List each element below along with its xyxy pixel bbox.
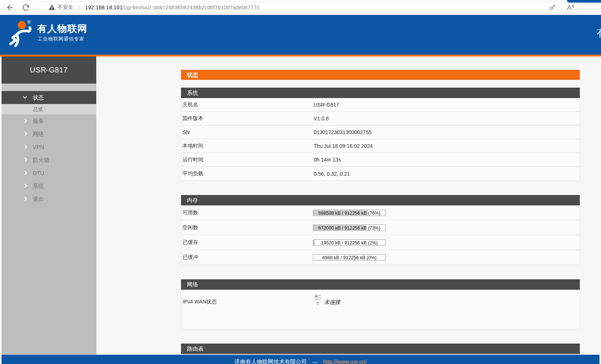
security-status-label[interactable]: 不安全 (58, 4, 73, 11)
chevron-right-icon (23, 144, 28, 149)
sidebar-item-label: 防火墙 (33, 157, 49, 163)
sidebar-item-label: DTU (33, 170, 44, 176)
browser-back-icon[interactable] (5, 3, 15, 12)
read-aloud-icon[interactable] (566, 4, 574, 11)
progress-bar-text: 672000 kB / 912256 kB (73%) (313, 225, 385, 230)
chevron-right-icon (23, 183, 28, 188)
sidebar-item-dtu[interactable]: DTU (1, 166, 96, 179)
row-label: 主机名 (182, 101, 198, 108)
table-row: 固件版本 V1.0.8 (181, 112, 579, 126)
section-header-memory: 内存 (181, 195, 580, 205)
row-label: IPv4 WAN状态 (182, 299, 217, 305)
sidebar-item-logout[interactable]: 退出 (1, 192, 96, 205)
page-title: 状态 (181, 70, 580, 80)
sidebar-item-label: 退出 (33, 196, 44, 202)
chevron-right-icon (23, 170, 28, 175)
network-table: IPv4 WAN状态 ? 未连接 (181, 290, 580, 329)
table-row: 可用数 698508 kB / 912256 kB (76%) (181, 205, 579, 220)
section-header-routes: 路由表 (181, 344, 580, 354)
row-label: 运行时间 (182, 156, 203, 163)
table-row: 平均负载 0.56, 0.32, 0.21 (181, 167, 579, 181)
sidebar-item-label: 服务 (33, 118, 44, 124)
footer-link[interactable]: http://www.usr.cn/ (323, 358, 367, 364)
device-name: USR-G817 (1, 56, 96, 84)
row-label: 固件版本 (182, 115, 203, 122)
row-label: 空闲数 (182, 224, 198, 231)
chevron-down-icon (22, 95, 28, 100)
usr-logo: ® (7, 19, 36, 49)
memory-progress-bar: 19520 kB / 912256 kB (2%) (313, 239, 386, 246)
section-header-network: 网络 (181, 279, 580, 290)
question-mark-hint: ? (316, 301, 319, 306)
row-value: Thu Jul 18 09:16:02 2024 (314, 143, 373, 149)
progress-bar-text: 6988 kB / 912256 kB (0%) (313, 255, 385, 260)
memory-table: 可用数 698508 kB / 912256 kB (76%) 空闲数 6720… (181, 205, 580, 265)
url-domain: 192.168.18.101 (85, 4, 123, 10)
sidebar-item-label: 状态 (33, 94, 44, 101)
table-row: 本地时间 Thu Jul 18 09:16:02 2024 (181, 139, 579, 153)
sidebar-item-label: 网络 (33, 131, 44, 137)
sidebar-nav: USR-G817 状态 总览 服务 网络 VPN 防火墙 DTU 系统 退出 (1, 56, 96, 355)
sidebar-item-network[interactable]: 网络 (1, 127, 96, 140)
sidebar-item-label: 系统 (33, 183, 44, 189)
chevron-right-icon (23, 131, 28, 136)
main-content: 状态 系统 主机名 USR-G817 固件版本 V1.0.8 SN 013017… (96, 56, 601, 355)
sidebar-subitem-label: 总览 (33, 106, 43, 112)
row-label: 平均负载 (182, 170, 203, 177)
memory-progress-bar: 672000 kB / 912256 kB (73%) (313, 224, 386, 231)
row-label: 可用数 (182, 209, 198, 216)
sidebar-item-label: VPN (33, 144, 44, 150)
memory-progress-bar: 698508 kB / 912256 kB (76%) (313, 209, 386, 216)
sidebar-item-status[interactable]: 状态 (1, 91, 96, 104)
progress-bar-text: 19520 kB / 912256 kB (2%) (313, 240, 385, 245)
row-value: 01301723031300002755 (314, 129, 372, 135)
sidebar-item-vpn[interactable]: VPN (1, 140, 96, 153)
footer-company: 济南有人物联网技术有限公司 (235, 358, 307, 364)
app-header: ® 有人物联网 工业物联网通信专家 有 (0, 15, 601, 56)
memory-progress-bar: 6988 kB / 912256 kB (0%) (313, 254, 386, 261)
row-label: SN (182, 129, 190, 135)
row-value: 0.56, 0.32, 0.21 (314, 171, 350, 177)
table-row: 运行时间 0h 14m 13s (181, 153, 579, 167)
table-row: 已缓存 19520 kB / 912256 kB (2%) (181, 235, 579, 250)
progress-bar-text: 698508 kB / 912256 kB (76%) (313, 210, 385, 215)
table-row: 主机名 USR-G817 (181, 98, 579, 112)
row-label: 已缓冲 (182, 254, 198, 261)
broken-image-icon: ? (314, 295, 321, 306)
section-header-system: 系统 (181, 88, 580, 98)
row-value: V1.0.8 (314, 116, 329, 121)
wan-status-text: 未连接 (324, 299, 340, 306)
sidebar-item-services[interactable]: 服务 (1, 114, 96, 127)
password-key-icon[interactable] (549, 4, 556, 11)
table-row: 已缓冲 6988 kB / 912256 kB (0%) (181, 250, 579, 265)
sidebar-item-firewall[interactable]: 防火墙 (1, 153, 96, 166)
table-row: SN 01301723031300002755 (181, 126, 579, 139)
chevron-right-icon (23, 157, 28, 162)
sidebar-spacer (1, 84, 96, 91)
row-label: 本地时间 (182, 143, 203, 149)
page-url[interactable]: 192.168.18.101/cgi-bin/luci/;stok=248365… (85, 4, 259, 10)
not-secure-warning-icon (49, 4, 55, 10)
row-value: USR-G817 (314, 102, 339, 108)
address-bar-divider: | (78, 4, 80, 10)
page-footer: 济南有人物联网技术有限公司—http://www.usr.cn/ (1, 355, 600, 364)
sidebar-item-system[interactable]: 系统 (1, 179, 96, 192)
table-row: IPv4 WAN状态 ? 未连接 (181, 290, 579, 329)
system-table: 主机名 USR-G817 固件版本 V1.0.8 SN 013017230313… (181, 98, 580, 181)
address-bar[interactable]: 不安全 | 192.168.18.101/cgi-bin/luci/;stok=… (37, 1, 580, 13)
url-path: /cgi-bin/luci/;stok=24836562438b2cd6f7b1… (123, 4, 259, 10)
browser-tab-remnant (567, 0, 601, 3)
table-row: 空闲数 672000 kB / 912256 kB (73%) (181, 220, 579, 235)
wan-status-cell: ? 未连接 (314, 295, 340, 306)
footer-separator: — (312, 358, 318, 364)
browser-refresh-icon[interactable] (21, 3, 30, 12)
chevron-right-icon (23, 196, 28, 201)
brand-subtitle: 工业物联网通信专家 (38, 36, 84, 42)
registered-mark-glyph: ® (27, 20, 31, 25)
row-value: 0h 14m 13s (314, 157, 341, 163)
sidebar-subitem-overview[interactable]: 总览 (1, 104, 96, 114)
header-clipped-text: 有 (597, 26, 601, 40)
brand-title: 有人物联网 (37, 22, 87, 35)
browser-chrome: 不安全 | 192.168.18.101/cgi-bin/luci/;stok=… (0, 0, 601, 15)
row-label: 已缓存 (182, 239, 198, 246)
